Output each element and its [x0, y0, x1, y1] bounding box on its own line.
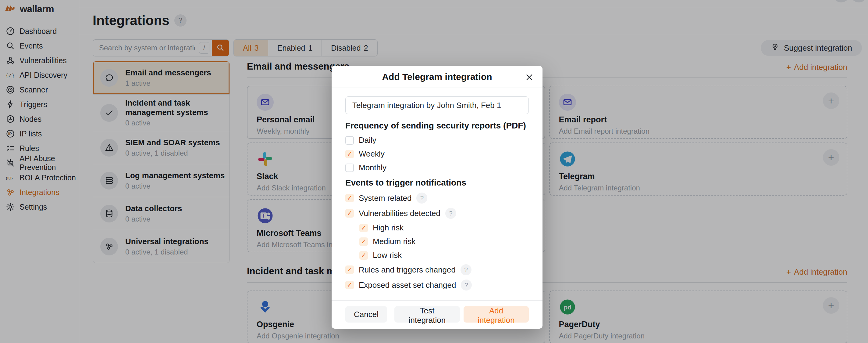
- checkbox-monthly[interactable]: ✓Monthly: [345, 163, 529, 172]
- checkbox-medium-risk[interactable]: ✓Medium risk: [359, 237, 529, 246]
- checkbox-box: ✓: [345, 164, 354, 172]
- integration-name-input[interactable]: [345, 96, 529, 114]
- help-icon[interactable]: ?: [445, 208, 456, 219]
- cancel-button[interactable]: Cancel: [345, 306, 387, 322]
- help-icon[interactable]: ?: [416, 193, 427, 204]
- checkbox-box: ✓: [345, 281, 354, 289]
- checkbox-weekly[interactable]: ✓Weekly: [345, 149, 529, 159]
- checkbox-box: ✓: [359, 224, 368, 232]
- frequency-heading: Frequency of sending security reports (P…: [345, 121, 529, 131]
- checkbox-label: Weekly: [359, 149, 384, 159]
- checkbox-system-related[interactable]: ✓System related?: [345, 193, 529, 204]
- close-icon[interactable]: [524, 72, 534, 82]
- checkbox-box: ✓: [359, 237, 368, 246]
- checkbox-box: ✓: [345, 209, 354, 218]
- checkbox-box: ✓: [359, 251, 368, 260]
- modal-title: Add Telegram integration: [382, 72, 492, 82]
- checkbox-label: System related: [359, 194, 411, 203]
- checkbox-label: Low risk: [373, 251, 402, 260]
- checkbox-label: Exposed asset set changed: [359, 281, 456, 290]
- checkbox-box: ✓: [345, 265, 354, 274]
- add-telegram-modal: Add Telegram integration Frequency of se…: [332, 66, 542, 328]
- frequency-options: ✓Daily✓Weekly✓Monthly: [345, 136, 529, 172]
- checkbox-label: High risk: [373, 223, 404, 232]
- checkbox-box: ✓: [345, 150, 354, 159]
- checkbox-low-risk[interactable]: ✓Low risk: [359, 251, 529, 260]
- checkbox-box: ✓: [345, 136, 354, 145]
- checkbox-label: Rules and triggers changed: [359, 265, 456, 275]
- app-root: wallarm DashboardEventsVulnerabilities{✓…: [0, 0, 868, 343]
- add-integration-button[interactable]: Add integration: [464, 306, 529, 322]
- checkbox-label: Medium risk: [373, 237, 415, 246]
- checkbox-vulnerabilities-detected[interactable]: ✓Vulnerabilities detected?: [345, 208, 529, 219]
- events-heading: Events to trigger notifications: [345, 178, 529, 188]
- checkbox-label: Daily: [359, 136, 376, 145]
- checkbox-box: ✓: [345, 194, 354, 202]
- modal-body: Frequency of sending security reports (P…: [332, 88, 542, 296]
- help-icon[interactable]: ?: [461, 264, 471, 275]
- checkbox-label: Vulnerabilities detected: [359, 209, 440, 218]
- checkbox-daily[interactable]: ✓Daily: [345, 136, 529, 145]
- help-icon[interactable]: ?: [461, 280, 472, 290]
- modal-footer: Cancel Test integration Add integration: [332, 300, 542, 328]
- test-integration-button[interactable]: Test integration: [394, 306, 460, 322]
- modal-header: Add Telegram integration: [332, 66, 542, 88]
- checkbox-rules-and-triggers-changed[interactable]: ✓Rules and triggers changed?: [345, 264, 529, 275]
- checkbox-label: Monthly: [359, 163, 386, 172]
- checkbox-high-risk[interactable]: ✓High risk: [359, 223, 529, 232]
- event-options: ✓System related?✓Vulnerabilities detecte…: [345, 193, 529, 290]
- checkbox-exposed-asset-set-changed[interactable]: ✓Exposed asset set changed?: [345, 280, 529, 290]
